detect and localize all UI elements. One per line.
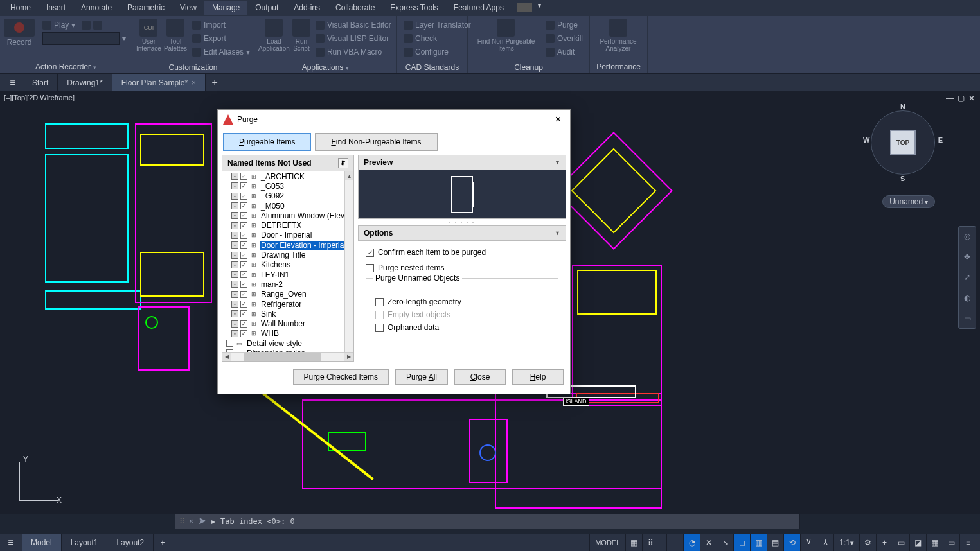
checkbox-icon[interactable] xyxy=(240,320,247,328)
checkbox-icon[interactable] xyxy=(240,212,247,219)
command-prompt[interactable]: Tab index <0>: 0 xyxy=(220,517,796,526)
ribbon-tab-featured[interactable]: Featured Apps xyxy=(446,1,512,15)
ribbon-tab-addins[interactable]: Add-ins xyxy=(286,1,328,15)
purge-nested-checkbox[interactable]: Purge nested items xyxy=(366,261,558,274)
tree-item[interactable]: ⊞DETREFTX xyxy=(222,220,344,230)
command-close-icon[interactable]: × xyxy=(189,517,193,526)
checkbox-icon[interactable] xyxy=(240,232,247,239)
viewcube[interactable]: TOP N S E W xyxy=(864,104,941,181)
find-nonpurgeable-button[interactable]: Find Non-Purgeable Items xyxy=(472,19,540,52)
tree-horizontal-scrollbar[interactable]: ◀▶ xyxy=(222,352,353,361)
checkbox-icon[interactable] xyxy=(240,261,247,268)
gear-icon[interactable]: ⚙ xyxy=(859,534,876,551)
checkbox-icon[interactable] xyxy=(240,281,247,288)
vbe-button[interactable]: Visual Basic Editor xyxy=(313,19,394,31)
tree-item[interactable]: ⊞_M050 xyxy=(222,201,344,211)
checkbox-icon[interactable] xyxy=(231,212,238,219)
tree-item[interactable]: ⊞_G053 xyxy=(222,181,344,191)
find-nonpurgeable-tab[interactable]: Find Non-Purgeable Items xyxy=(315,133,437,151)
action-recorder-aux1-icon[interactable] xyxy=(82,21,91,30)
vba-button[interactable]: Run VBA Macro xyxy=(313,46,394,58)
export-button[interactable]: Export xyxy=(190,32,253,45)
tree-item[interactable]: ⊞_G092 xyxy=(222,191,344,201)
modelspace-toggle[interactable]: MODEL xyxy=(589,534,625,551)
orphaned-data-checkbox[interactable]: Orphaned data xyxy=(375,321,549,334)
document-tab-drawing1[interactable]: Drawing1* xyxy=(58,74,112,92)
checkbox-icon[interactable] xyxy=(231,320,238,328)
annotation-scale[interactable]: 1:1 ▾ xyxy=(833,534,859,551)
action-recorder-input[interactable] xyxy=(42,32,120,45)
dynamic-ucs-icon[interactable]: ⅄ xyxy=(817,534,833,551)
document-tabs-menu-icon[interactable]: ≡ xyxy=(3,77,23,89)
record-button[interactable]: Record xyxy=(4,19,35,47)
checkbox-icon[interactable] xyxy=(240,222,247,229)
purge-all-button[interactable]: Purge All xyxy=(395,369,448,385)
checkbox-icon[interactable] xyxy=(240,271,247,278)
clean-screen-icon[interactable]: ▭ xyxy=(943,534,959,551)
isodraft-icon[interactable]: ✕ xyxy=(700,534,717,551)
layout-tab-layout1[interactable]: Layout1 xyxy=(62,534,108,551)
viewport-minimize-icon[interactable]: — xyxy=(946,94,954,103)
layer-translator-button[interactable]: Layer Translator xyxy=(401,19,474,31)
configure-button[interactable]: Configure xyxy=(401,46,474,58)
checkbox-icon[interactable] xyxy=(240,301,247,308)
viewcube-n[interactable]: N xyxy=(900,103,905,110)
vlisp-button[interactable]: Visual LISP Editor xyxy=(313,32,394,45)
checkbox-icon[interactable] xyxy=(231,193,238,200)
purge-button[interactable]: Purge xyxy=(543,19,585,31)
purge-dialog-titlebar[interactable]: Purge × xyxy=(218,110,570,129)
polar-toggle-icon[interactable]: ◔ xyxy=(683,534,700,551)
viewcube-w[interactable]: W xyxy=(863,136,869,144)
options-header[interactable]: Options▼ xyxy=(358,225,566,241)
command-grip-icon[interactable]: ⠿ xyxy=(179,517,184,526)
snap-toggle-icon[interactable]: ⠿ xyxy=(642,534,659,551)
checkbox-icon[interactable] xyxy=(240,173,247,180)
checkbox-icon[interactable] xyxy=(231,232,238,239)
checkbox-icon[interactable] xyxy=(231,310,238,317)
close-button[interactable]: Close xyxy=(454,369,506,385)
osnap-toggle-icon[interactable]: ◻ xyxy=(733,534,750,551)
checkbox-icon[interactable] xyxy=(231,261,238,268)
ribbon-tab-annotate[interactable]: Annotate xyxy=(73,1,120,15)
performance-analyzer-button[interactable]: Performance Analyzer xyxy=(594,19,643,52)
viewcube-e[interactable]: E xyxy=(938,136,943,144)
ribbon-tab-home[interactable]: Home xyxy=(3,1,39,15)
new-tab-button[interactable]: + xyxy=(206,77,224,89)
checkbox-icon[interactable] xyxy=(240,252,247,259)
checkbox-icon[interactable] xyxy=(240,202,247,209)
tree-item[interactable]: ⊞Door - Imperial xyxy=(222,231,344,240)
tree-collapse-icon[interactable]: ⇵ xyxy=(338,158,348,168)
checkbox-icon[interactable] xyxy=(231,173,238,180)
document-tab-start[interactable]: Start xyxy=(23,74,58,92)
check-button[interactable]: Check xyxy=(401,32,474,45)
steering-wheel-icon[interactable]: ◎ xyxy=(961,231,973,242)
customization-icon[interactable]: ≡ xyxy=(959,534,976,551)
panel-label-action-recorder[interactable]: Action Recorder xyxy=(35,62,91,71)
ribbon-tab-manage[interactable]: Manage xyxy=(204,1,247,15)
user-interface-button[interactable]: CUIUser Interface xyxy=(136,19,161,52)
hardware-accel-icon[interactable]: ▦ xyxy=(926,534,943,551)
ribbon-overflow-icon[interactable] xyxy=(517,3,532,12)
close-tab-icon[interactable]: × xyxy=(192,78,196,87)
checkbox-icon[interactable] xyxy=(240,182,247,189)
command-history-icon[interactable]: ⮞ xyxy=(199,517,206,526)
panel-label-applications[interactable]: Applications xyxy=(302,63,344,72)
tree-category[interactable]: ▭Detail view style xyxy=(222,338,344,348)
document-tab-floorplan[interactable]: Floor Plan Sample*× xyxy=(112,74,206,92)
pan-icon[interactable]: ✥ xyxy=(961,251,973,263)
tree-item[interactable]: ⊞Wall Number xyxy=(222,319,344,328)
workspace-add-icon[interactable]: + xyxy=(876,534,893,551)
run-script-button[interactable]: Run Script xyxy=(292,19,310,52)
grid-toggle-icon[interactable]: ▦ xyxy=(625,534,642,551)
checkbox-icon[interactable] xyxy=(240,291,247,298)
ribbon-tab-output[interactable]: Output xyxy=(247,1,286,15)
autosnap-icon[interactable]: ↘ xyxy=(717,534,733,551)
confirm-each-item-checkbox[interactable]: Confirm each item to be purged xyxy=(366,246,558,259)
checkbox-icon[interactable] xyxy=(231,182,238,189)
tree-item[interactable]: ⊞Kitchens xyxy=(222,260,344,270)
ribbon-tab-insert[interactable]: Insert xyxy=(39,1,73,15)
layout-tab-model[interactable]: Model xyxy=(22,534,62,551)
overkill-button[interactable]: Overkill xyxy=(543,32,585,45)
isolate-objects-icon[interactable]: ◪ xyxy=(909,534,926,551)
viewport-maximize-icon[interactable]: ▢ xyxy=(958,94,965,103)
